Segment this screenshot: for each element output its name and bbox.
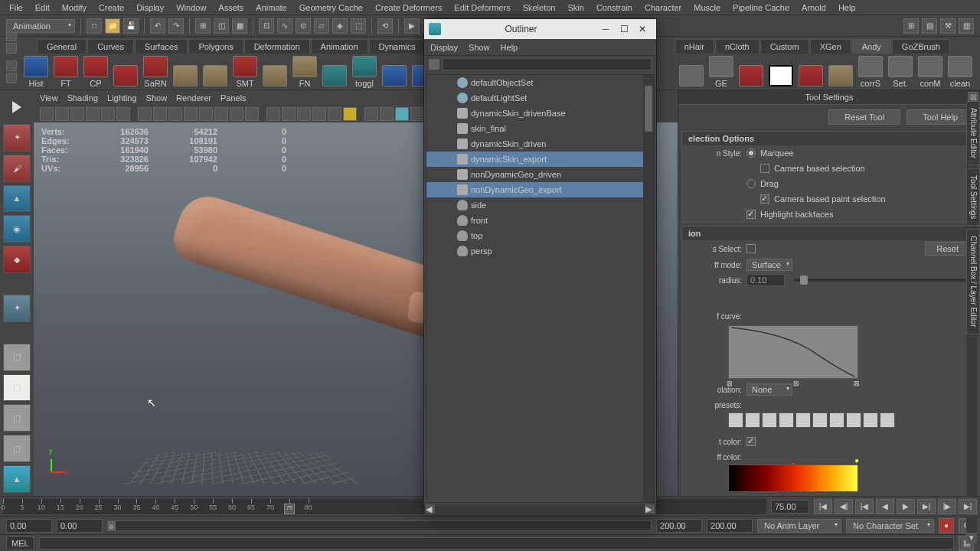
- marquee-radio[interactable]: [746, 148, 756, 158]
- shelf-fn[interactable]: FN: [291, 56, 318, 88]
- play-backwards-button[interactable]: ◀: [876, 499, 894, 514]
- channel-box-tab[interactable]: Channel Box / Layer Editor: [966, 229, 980, 334]
- menu-skeleton[interactable]: Skeleton: [517, 2, 562, 14]
- shelf-clean[interactable]: clean: [946, 56, 974, 88]
- shelf-r-3[interactable]: [767, 56, 795, 88]
- menu-skin[interactable]: Skin: [561, 2, 590, 14]
- ion-header[interactable]: ion: [682, 227, 976, 240]
- vp-renderer-menu[interactable]: Renderer: [176, 93, 211, 103]
- s-select-check[interactable]: [746, 244, 756, 253]
- anim-layer-dropdown[interactable]: No Anim Layer: [757, 519, 841, 533]
- menu-modify[interactable]: Modify: [56, 2, 93, 14]
- vp-textured-icon[interactable]: [297, 107, 311, 121]
- two-pane-icon[interactable]: ▢: [3, 404, 31, 432]
- outliner-item-dynamicSkin_driven[interactable]: dynamicSkin_driven: [426, 136, 654, 152]
- preset-1[interactable]: [728, 412, 743, 428]
- shelf-tab-animation[interactable]: Animation: [311, 39, 368, 54]
- reset-small-button[interactable]: Reset: [925, 242, 970, 256]
- reset-tool-button[interactable]: Reset Tool: [828, 109, 900, 125]
- attribute-editor-tab[interactable]: Attribute Editor: [966, 101, 980, 165]
- shelf-tab-andy[interactable]: Andy: [852, 39, 891, 54]
- vp-gamma-icon[interactable]: [410, 107, 424, 121]
- outliner-item-skin_final[interactable]: skin_final: [426, 121, 654, 136]
- outliner-scrollbar[interactable]: [643, 75, 654, 502]
- vp-lock-camera-icon[interactable]: [55, 107, 69, 121]
- vp-grease-icon[interactable]: [116, 107, 130, 121]
- preset-5[interactable]: [795, 412, 811, 428]
- menu-pipeline-cache[interactable]: Pipeline Cache: [727, 2, 795, 14]
- select-object-icon[interactable]: ◫: [214, 18, 229, 34]
- preset-10[interactable]: [880, 412, 895, 428]
- radius-input[interactable]: [746, 274, 785, 286]
- shelf-conm[interactable]: conM: [916, 56, 944, 88]
- highlight-backfaces-check[interactable]: [746, 210, 756, 219]
- menu-create[interactable]: Create: [93, 2, 130, 14]
- undo-icon[interactable]: ↶: [150, 18, 165, 34]
- menu-edit[interactable]: Edit: [29, 2, 56, 14]
- outliner-item-persp[interactable]: persp: [426, 243, 654, 259]
- select-hierarchy-icon[interactable]: ⊞: [195, 18, 211, 34]
- interpolation-select[interactable]: None: [746, 383, 792, 396]
- shelf-tab-xgen[interactable]: XGen: [810, 39, 851, 54]
- outliner-item-dynamicSkin_drivenBase[interactable]: dynamicSkin_drivenBase: [426, 106, 654, 121]
- shelf-r-4[interactable]: [797, 56, 825, 88]
- menu-animate[interactable]: Animate: [250, 2, 292, 14]
- shelf-tab-ncloth[interactable]: nCloth: [715, 39, 760, 54]
- current-frame-field[interactable]: 75.00: [771, 500, 809, 514]
- redo-icon[interactable]: ↷: [168, 18, 184, 34]
- outliner-item-dynamicSkin_export[interactable]: dynamicSkin_export: [426, 152, 654, 167]
- shelf-sarn[interactable]: SaRN: [142, 56, 169, 88]
- camera-based-selection-check[interactable]: [760, 164, 769, 173]
- shelf-tab-custom[interactable]: Custom: [760, 39, 809, 54]
- step-back-key-button[interactable]: ◀|: [835, 499, 853, 514]
- construction-history-icon[interactable]: ⟲: [377, 18, 393, 34]
- shelf-btn-10[interactable]: [321, 56, 348, 88]
- menu-display[interactable]: Display: [130, 2, 170, 14]
- tool-settings-icon[interactable]: ⚒: [940, 18, 956, 34]
- vp-exposure-icon[interactable]: [395, 107, 409, 121]
- vp-safe-title-icon[interactable]: [230, 107, 243, 121]
- shelf-r-2[interactable]: [737, 56, 765, 88]
- drag-radio[interactable]: [746, 179, 756, 188]
- menu-geometry-cache[interactable]: Geometry Cache: [293, 2, 369, 14]
- step-back-button[interactable]: |◀: [855, 499, 874, 514]
- shelf-r-0[interactable]: [678, 56, 705, 88]
- layout-icon[interactable]: ⊞: [903, 18, 919, 34]
- outliner-h-scrollbar[interactable]: ◀▶: [424, 504, 656, 515]
- snap-curve-icon[interactable]: ∿: [277, 18, 292, 34]
- scale-tool-icon[interactable]: ◆: [3, 246, 31, 273]
- outliner-list[interactable]: defaultObjectSetdefaultLightSetdynamicSk…: [426, 74, 655, 503]
- vp-image-plane-icon[interactable]: [86, 107, 100, 121]
- vp-xray-joints-icon[interactable]: [380, 107, 394, 121]
- playback-end-field[interactable]: [656, 519, 702, 533]
- outliner-item-side[interactable]: side: [426, 197, 654, 213]
- preset-7[interactable]: [829, 412, 844, 428]
- vp-in-out-icon[interactable]: [245, 107, 259, 121]
- shelf-set[interactable]: Set.: [887, 56, 914, 88]
- step-forward-button[interactable]: ▶|: [917, 499, 936, 514]
- menu-create-deformers[interactable]: Create Deformers: [369, 2, 448, 14]
- vp-show-menu[interactable]: Show: [146, 93, 168, 103]
- range-start-handle[interactable]: 0: [108, 521, 116, 530]
- preset-4[interactable]: [779, 412, 794, 428]
- shelf-ge[interactable]: GE: [707, 56, 735, 88]
- shelf-r-5[interactable]: [827, 56, 854, 88]
- vp-grid-icon[interactable]: [138, 107, 152, 121]
- shelf-tab-dynamics[interactable]: Dynamics: [369, 39, 426, 54]
- shelf-corrs[interactable]: corrS: [857, 56, 884, 88]
- custom-layout-icon[interactable]: ▢: [3, 435, 31, 462]
- outliner-display-menu[interactable]: Display: [430, 43, 458, 52]
- falloff-color-gradient[interactable]: [728, 465, 858, 492]
- outliner-item-top[interactable]: top: [426, 228, 654, 243]
- rotate-tool-icon[interactable]: ◉: [3, 215, 31, 243]
- go-to-end-button[interactable]: ▶|: [959, 499, 977, 514]
- vp-shadows-icon[interactable]: [328, 107, 341, 121]
- vp-isolate-icon[interactable]: [343, 107, 357, 121]
- shelf-tab-surfaces[interactable]: Surfaces: [135, 39, 188, 54]
- selection-options-header[interactable]: election Options: [682, 132, 976, 145]
- last-tool-icon[interactable]: ✦: [3, 295, 31, 322]
- vp-smooth-shade-icon[interactable]: [282, 107, 296, 121]
- shelf-btn-8[interactable]: [261, 56, 289, 88]
- autokey-icon[interactable]: ●: [939, 518, 954, 533]
- outliner-item-defaultObjectSet[interactable]: defaultObjectSet: [426, 75, 654, 90]
